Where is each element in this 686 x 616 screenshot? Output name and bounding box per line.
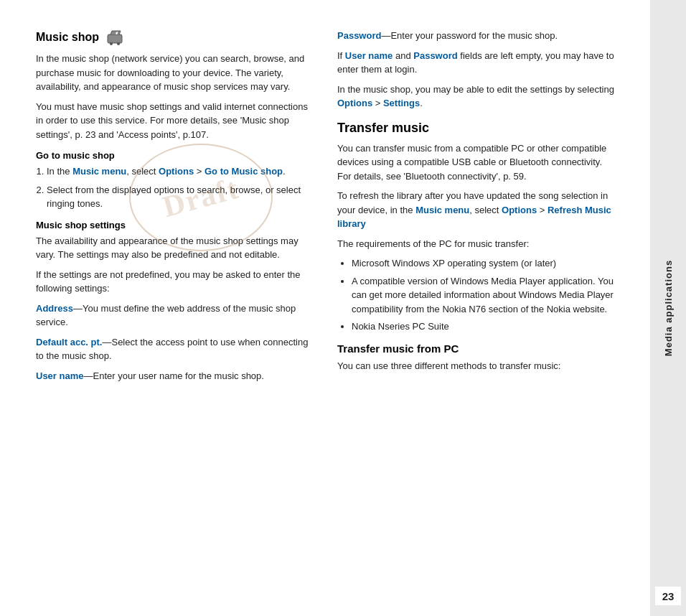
svg-point-1	[110, 42, 113, 45]
if-text2: and	[393, 50, 413, 61]
if-link2: Password	[413, 50, 457, 61]
options-link2: Settings	[383, 98, 420, 108]
music-shop-heading: Music shop	[36, 29, 316, 46]
transfer-p1: You can transfer music from a compatible…	[337, 141, 617, 184]
step1-middle: , select	[126, 166, 159, 177]
intro-p1: In the music shop (network service) you …	[36, 52, 316, 94]
step1-link3: Go to Music shop	[205, 166, 283, 177]
options-text2: >	[372, 98, 383, 108]
sidebar-label: Media applications	[663, 260, 674, 356]
music-shop-settings-heading: Music shop settings	[36, 220, 316, 230]
bullet-1: Microsoft Windows XP operating system (o…	[352, 256, 617, 271]
step1-link1: Music menu	[72, 166, 126, 177]
step1-link2: Options	[159, 166, 194, 177]
svg-rect-0	[108, 34, 122, 43]
address-label: Address	[36, 303, 73, 314]
step-2: Select from the displayed options to sea…	[47, 183, 316, 211]
main-content: Draft Music shop In the music shop (netw…	[0, 0, 650, 616]
refresh-middle: , select	[469, 205, 502, 215]
address-setting: Address—You must define the web address …	[36, 302, 316, 330]
refresh-link2: Options	[502, 205, 537, 215]
music-shop-title-text: Music shop	[36, 31, 99, 44]
step1-before: In the	[47, 166, 72, 177]
transfer-music-title: Transfer music	[337, 121, 617, 136]
default-acc-setting: Default acc. pt.—Select the access point…	[36, 335, 316, 363]
options-settings-note: In the music shop, you may be able to ed…	[337, 83, 617, 111]
pc-requirements-list: Microsoft Windows XP operating system (o…	[352, 256, 617, 334]
options-text1: In the music shop, you may be able to ed…	[337, 84, 614, 95]
if-link1: User name	[345, 50, 393, 61]
password-text: —Enter your password for the music shop.	[381, 30, 558, 41]
default-acc-label: Default acc. pt.	[36, 337, 102, 347]
transfer-from-pc-title: Transfer music from PC	[337, 342, 617, 355]
intro-p2: You must have music shop settings and va…	[36, 100, 316, 142]
step1-end: .	[283, 166, 286, 177]
right-column: Password—Enter your password for the mus…	[337, 29, 617, 587]
if-empty-note: If User name and Password fields are lef…	[337, 49, 617, 77]
music-shop-icon	[105, 29, 125, 46]
if-text1: If	[337, 50, 345, 61]
page-number: 23	[655, 587, 681, 605]
settings-p1: The availability and appearance of the m…	[36, 234, 316, 262]
go-to-music-steps: In the Music menu, select Options > Go t…	[47, 164, 316, 211]
refresh-text2: >	[537, 205, 548, 215]
user-name-label: User name	[36, 370, 83, 381]
pc-requirements-text: The requirements of the PC for music tra…	[337, 237, 617, 251]
step-1: In the Music menu, select Options > Go t…	[47, 164, 316, 179]
password-setting: Password—Enter your password for the mus…	[337, 29, 617, 43]
password-label: Password	[337, 30, 381, 41]
refresh-p1: To refresh the library after you have up…	[337, 189, 617, 231]
left-column: Music shop In the music shop (network se…	[36, 29, 316, 587]
user-name-text: —Enter your user name for the music shop…	[83, 370, 263, 381]
settings-p2: If the settings are not predefined, you …	[36, 268, 316, 296]
options-text3: .	[420, 98, 423, 108]
step1-middle2: >	[194, 166, 205, 177]
transfer-from-pc-text: You can use three different methods to t…	[337, 359, 617, 373]
options-link1: Options	[337, 98, 372, 108]
address-text: —You must define the web address of the …	[36, 303, 296, 328]
svg-point-2	[117, 42, 120, 45]
user-name-setting: User name—Enter your user name for the m…	[36, 369, 316, 383]
go-to-music-shop-heading: Go to music shop	[36, 150, 316, 161]
refresh-link1: Music menu	[415, 205, 469, 215]
bullet-2: A compatible version of Windows Media Pl…	[352, 274, 617, 317]
sidebar: Media applications 23	[650, 0, 686, 616]
bullet-3: Nokia Nseries PC Suite	[352, 319, 617, 334]
